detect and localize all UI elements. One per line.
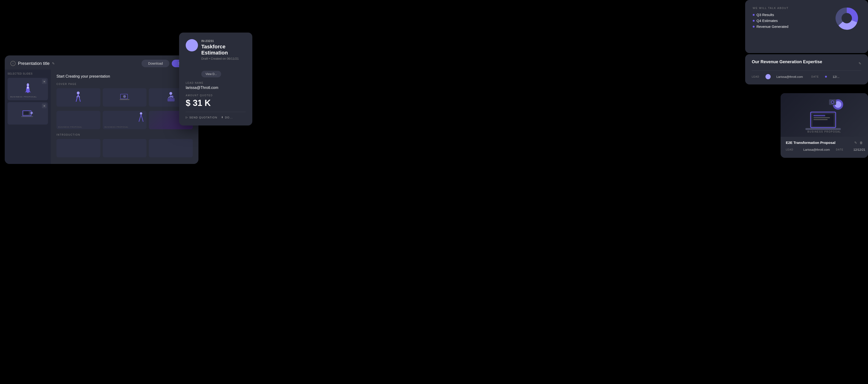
svg-point-15 <box>172 96 173 97</box>
svg-rect-10 <box>120 99 129 100</box>
slide-option-5-label: BUSINESS PROPOSAL <box>105 126 128 128</box>
proposal-lead-email: Larissa@throtl.com <box>803 148 830 151</box>
svg-rect-25 <box>813 119 828 120</box>
svg-rect-23 <box>813 115 825 116</box>
revenue-meta: LEAD Larissa@throtl.com DATE 12/... <box>752 74 861 79</box>
date-value: 12/... <box>833 75 839 78</box>
proposal-title-row: E2E Transformation Proposal ✎ 🗑 <box>786 141 863 145</box>
quotation-info: IN-23231 Taskforce Estimation Draft • Cr… <box>201 39 246 66</box>
proposal-delete-icon[interactable]: 🗑 <box>860 141 863 145</box>
slide-delete-2[interactable]: ✕ <box>42 104 46 108</box>
slide-delete-1[interactable]: ✕ <box>42 79 46 84</box>
figure-2 <box>120 94 129 102</box>
quotation-avatar <box>186 39 198 51</box>
svg-rect-5 <box>21 116 33 117</box>
lead-avatar <box>766 74 771 79</box>
slides-label: SELECTED SLIDES <box>7 72 48 75</box>
figure-3 <box>166 92 176 103</box>
svg-point-18 <box>841 13 852 23</box>
send-quotation-link[interactable]: ▷ SEND QUOTATION <box>186 116 217 119</box>
cover-page-grid <box>57 88 193 107</box>
talk-topic-1: Q3 Results <box>756 13 774 17</box>
slide-thumb-1[interactable]: ✕ BUSINESS PROPOSAL <box>7 78 48 100</box>
proposal-edit-icon[interactable]: ✎ <box>854 141 857 145</box>
download-label: DO... <box>225 116 233 119</box>
main-content: Start Creating your presentation COVER P… <box>51 70 198 164</box>
talk-topic-3: Revenue Generated <box>756 25 788 29</box>
section-label-cover: COVER PAGE <box>57 83 193 85</box>
proposal-action-icons: ✎ 🗑 <box>854 141 863 145</box>
talk-dot-2 <box>753 20 754 22</box>
proposal-title: E2E Transformation Proposal <box>786 141 835 145</box>
svg-point-30 <box>832 101 834 103</box>
presentation-builder-panel: i Presentation title ✎ Download Send SEL… <box>5 56 198 164</box>
rocket-illustration <box>22 82 34 96</box>
revenue-card: Our Revenue Generation Expertise ✎ LEAD … <box>745 54 868 84</box>
proposal-banner: BUSINESS PROPOSAL <box>781 93 868 137</box>
download-link[interactable]: ⬇ DO... <box>221 116 233 119</box>
lead-label: LEAD NAME <box>186 81 246 84</box>
lead-meta-label: LEAD <box>752 75 759 78</box>
proposal-meta: LEAD Larissa@throtl.com DATE 12/12/21 <box>786 147 863 152</box>
slide-option-2[interactable] <box>103 88 147 107</box>
svg-point-1 <box>27 83 29 86</box>
lead-value: larissa@Throtl.com <box>186 85 246 90</box>
slide-option-1[interactable] <box>57 88 100 107</box>
slides-sidebar: SELECTED SLIDES ✕ BUSINESS PROPOSAL ✕ <box>5 70 51 164</box>
quotation-title: Taskforce Estimation <box>201 44 246 56</box>
svg-point-7 <box>77 92 80 94</box>
intro-slide-1[interactable] <box>57 139 100 157</box>
slide-option-4[interactable]: BUSINESS PROPOSAL <box>57 111 100 129</box>
presentation-title: Presentation title <box>18 61 50 66</box>
svg-point-2 <box>27 87 29 89</box>
info-icon: i <box>10 61 16 66</box>
quotation-card: IN-23231 Taskforce Estimation Draft • Cr… <box>179 33 252 126</box>
section-label-intro: INTRODUCTION <box>57 134 193 136</box>
date-dot <box>825 76 827 78</box>
intro-slide-3[interactable] <box>149 139 193 157</box>
svg-point-12 <box>169 92 172 95</box>
svg-rect-6 <box>24 111 29 115</box>
presentation-talk-card: WE WILL TALK ABOUT Q3 Results Q4 Estimat… <box>745 0 868 53</box>
view-button[interactable]: View D... <box>201 71 221 77</box>
slide-option-5[interactable]: BUSINESS PROPOSAL <box>103 111 147 129</box>
download-icon: ⬇ <box>221 116 224 119</box>
quotation-top: IN-23231 Taskforce Estimation Draft • Cr… <box>186 39 246 66</box>
pie-chart-container <box>833 5 861 33</box>
presentation-edit-icon[interactable]: ✎ <box>52 62 55 65</box>
amount-value: $ 31 K <box>186 98 246 108</box>
svg-rect-24 <box>813 117 830 118</box>
talk-dot-1 <box>753 14 754 16</box>
amount-label: AMOUNT QUOTED <box>186 94 246 97</box>
quotation-status: Draft • Created on 06/11/21 <box>201 57 246 60</box>
slide-option-4-label: BUSINESS PROPOSAL <box>58 126 82 128</box>
presentation-header: i Presentation title ✎ Download Send <box>5 56 198 67</box>
slide-thumb-1-label: BUSINESS PROPOSAL <box>10 96 37 98</box>
revenue-card-header: Our Revenue Generation Expertise ✎ <box>752 60 861 67</box>
date-meta-label: DATE <box>811 75 819 78</box>
proposal-illustration <box>803 97 845 133</box>
proposal-lead-label: LEAD <box>786 148 793 151</box>
revenue-edit-icon[interactable]: ✎ <box>859 62 861 65</box>
pie-chart <box>833 5 861 32</box>
figure-5 <box>137 112 145 123</box>
svg-point-11 <box>123 95 126 98</box>
main-heading: Start Creating your presentation <box>57 74 193 78</box>
laptop-illustration <box>21 108 34 119</box>
slide-thumb-2[interactable]: ✕ <box>7 102 48 125</box>
intro-grid <box>57 139 193 157</box>
talk-dot-3 <box>753 26 754 28</box>
svg-rect-13 <box>167 98 175 101</box>
intro-slide-2[interactable] <box>103 139 147 157</box>
proposal-card: BUSINESS PROPOSAL E2E Transformation Pro… <box>781 93 868 158</box>
presentation-body: SELECTED SLIDES ✕ BUSINESS PROPOSAL ✕ <box>5 70 198 164</box>
quotation-divider <box>186 112 246 112</box>
svg-point-16 <box>140 112 142 115</box>
cover-page-grid-2: BUSINESS PROPOSAL BUSINESS PROPOSAL <box>57 111 193 129</box>
proposal-date-value: 12/12/21 <box>854 148 865 151</box>
quotation-id: IN-23231 <box>201 39 246 43</box>
proposal-date-label: DATE <box>836 148 843 151</box>
quotation-actions: ▷ SEND QUOTATION ⬇ DO... <box>186 116 246 119</box>
lead-email: Larissa@throtl.com <box>776 75 803 78</box>
download-button[interactable]: Download <box>142 60 169 67</box>
